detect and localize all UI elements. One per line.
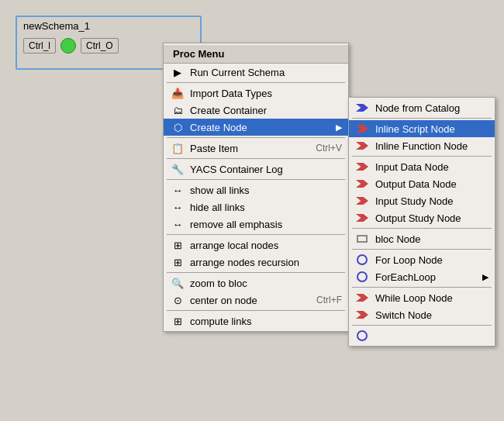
output-study-icon bbox=[355, 212, 371, 224]
hide-links-icon: ↔ bbox=[170, 201, 185, 213]
bloc-node-icon bbox=[355, 233, 371, 245]
menu-item-create-container[interactable]: 🗂 Create Container bbox=[164, 102, 348, 119]
inline-function-icon bbox=[355, 140, 371, 152]
menu-item-import[interactable]: 📥 Import Data Types bbox=[164, 85, 348, 102]
foreach-loop-icon bbox=[355, 271, 371, 283]
ctrl-o-button[interactable]: Ctrl_O bbox=[81, 38, 119, 53]
sub-menu-item-while-loop[interactable]: While Loop Node bbox=[349, 289, 495, 306]
sub-menu-item-foreach-loop[interactable]: ForEachLoop ▶ bbox=[349, 268, 495, 285]
paste-icon: 📋 bbox=[170, 142, 185, 154]
green-indicator bbox=[60, 38, 76, 53]
blue-arrow-icon bbox=[356, 104, 368, 112]
red-arrow-icon-5 bbox=[356, 197, 368, 205]
menu-item-remove-emphasis[interactable]: ↔ remove all emphasis bbox=[164, 216, 348, 233]
yacs-log-icon: 🔧 bbox=[170, 163, 185, 175]
node-catalog-icon bbox=[355, 102, 371, 114]
separator-1 bbox=[167, 82, 345, 83]
menu-item-show-links[interactable]: ↔ show all links bbox=[164, 181, 348, 198]
menu-item-zoom[interactable]: 🔍 zoom to bloc bbox=[164, 274, 348, 292]
menu-item-create-node[interactable]: ⬡ Create Node ▶ bbox=[164, 119, 348, 136]
foreach-arrow: ▶ bbox=[482, 272, 488, 282]
separator-5 bbox=[167, 234, 345, 235]
menu-item-compute[interactable]: ⊞ compute links bbox=[164, 312, 348, 330]
menu-item-run[interactable]: ▶ Run Current Schema bbox=[164, 64, 348, 81]
sub-separator-6 bbox=[352, 325, 492, 326]
menu-item-center[interactable]: ⊙ center on node Ctrl+F bbox=[164, 292, 348, 309]
sub-menu-item-bloc-node[interactable]: bloc Node bbox=[349, 230, 495, 247]
inline-script-icon bbox=[355, 123, 371, 135]
separator-7 bbox=[167, 310, 345, 311]
proc-menu: Proc Menu ▶ Run Current Schema 📥 Import … bbox=[163, 43, 349, 332]
sub-menu-item-input-data[interactable]: Input Data Node bbox=[349, 158, 495, 175]
sub-menu-item-optimizer-loop[interactable] bbox=[349, 327, 495, 344]
sub-menu-item-inline-function[interactable]: Inline Function Node bbox=[349, 137, 495, 154]
menu-item-arrange-local[interactable]: ⊞ arrange local nodes bbox=[164, 236, 348, 254]
center-icon: ⊙ bbox=[170, 294, 185, 306]
for-loop-icon bbox=[355, 254, 371, 266]
menu-item-hide-links[interactable]: ↔ hide all links bbox=[164, 198, 348, 216]
sub-menu-item-node-catalog[interactable]: Node from Catalog bbox=[349, 99, 495, 116]
remove-emphasis-icon: ↔ bbox=[170, 218, 185, 230]
red-arrow-icon-3 bbox=[356, 163, 368, 171]
sub-menu-item-output-study[interactable]: Output Study Node bbox=[349, 209, 495, 226]
red-arrow-icon-8 bbox=[356, 311, 368, 319]
create-node-icon: ⬡ bbox=[170, 121, 185, 133]
separator-4 bbox=[167, 179, 345, 180]
rect-icon bbox=[357, 235, 368, 243]
sub-menu-item-input-study[interactable]: Input Study Node bbox=[349, 192, 495, 209]
sub-menu-item-switch-node[interactable]: Switch Node bbox=[349, 306, 495, 323]
sub-menu: Node from Catalog Inline Script Node Inl… bbox=[348, 97, 495, 347]
separator-3 bbox=[167, 158, 345, 159]
schema-title: newSchema_1 bbox=[17, 17, 200, 35]
run-icon: ▶ bbox=[170, 66, 185, 78]
menu-item-paste[interactable]: 📋 Paste Item Ctrl+V bbox=[164, 140, 348, 157]
sub-separator-2 bbox=[352, 156, 492, 157]
red-arrow-icon-4 bbox=[356, 180, 368, 188]
arrange-local-icon: ⊞ bbox=[170, 239, 185, 251]
sub-separator-4 bbox=[352, 249, 492, 250]
red-arrow-icon-2 bbox=[356, 142, 368, 150]
sub-separator-5 bbox=[352, 287, 492, 288]
paste-shortcut: Ctrl+V bbox=[316, 143, 342, 154]
submenu-arrow: ▶ bbox=[336, 123, 342, 133]
loop-icon-2 bbox=[357, 271, 368, 282]
sub-menu-item-output-data[interactable]: Output Data Node bbox=[349, 175, 495, 192]
proc-menu-title: Proc Menu bbox=[164, 45, 348, 64]
input-data-icon bbox=[355, 160, 371, 173]
import-icon: 📥 bbox=[170, 87, 185, 99]
container-icon: 🗂 bbox=[170, 104, 185, 116]
separator-2 bbox=[167, 137, 345, 138]
sub-separator-3 bbox=[352, 228, 492, 229]
input-study-icon bbox=[355, 195, 371, 207]
menu-item-yacs-log[interactable]: 🔧 YACS Container Log bbox=[164, 160, 348, 178]
red-arrow-icon-6 bbox=[356, 214, 368, 222]
switch-node-icon bbox=[355, 309, 371, 321]
center-shortcut: Ctrl+F bbox=[316, 295, 342, 305]
separator-6 bbox=[167, 272, 345, 273]
menu-item-arrange-recursion[interactable]: ⊞ arrange nodes recursion bbox=[164, 254, 348, 271]
while-loop-icon bbox=[355, 292, 371, 304]
ctrl-l-button[interactable]: Ctrl_l bbox=[23, 38, 56, 53]
sub-menu-item-inline-script[interactable]: Inline Script Node bbox=[349, 120, 495, 137]
red-arrow-icon bbox=[356, 125, 368, 133]
sub-separator-1 bbox=[352, 118, 492, 119]
sub-menu-item-for-loop[interactable]: For Loop Node bbox=[349, 251, 495, 268]
zoom-icon: 🔍 bbox=[170, 277, 185, 289]
loop-icon bbox=[357, 254, 368, 265]
show-links-icon: ↔ bbox=[170, 184, 185, 196]
compute-icon: ⊞ bbox=[170, 315, 185, 327]
optimizer-loop-icon bbox=[355, 330, 371, 342]
loop-icon-3 bbox=[357, 330, 368, 341]
arrange-recursion-icon: ⊞ bbox=[170, 256, 185, 268]
output-data-icon bbox=[355, 178, 371, 190]
red-arrow-icon-7 bbox=[356, 294, 368, 302]
